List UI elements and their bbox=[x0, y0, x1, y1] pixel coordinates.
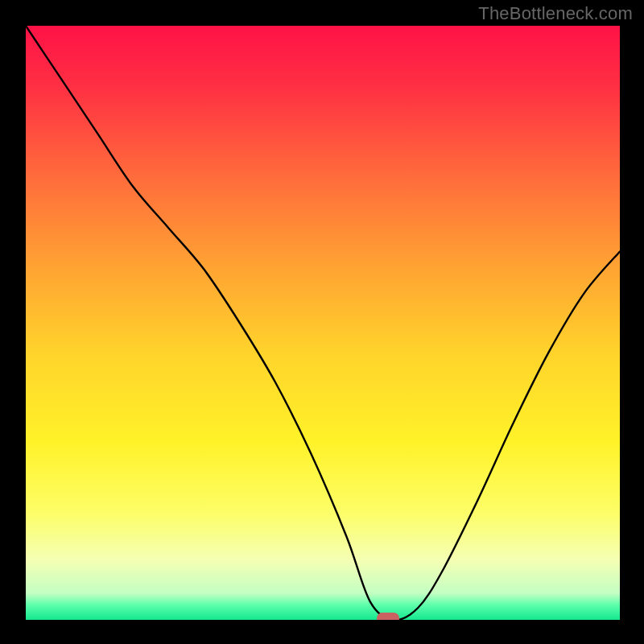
plot-svg bbox=[26, 26, 620, 620]
plot-area bbox=[26, 26, 620, 620]
chart-frame: TheBottleneck.com bbox=[0, 0, 644, 644]
optimal-marker bbox=[377, 613, 399, 620]
gradient-background bbox=[26, 26, 620, 620]
watermark-label: TheBottleneck.com bbox=[478, 3, 633, 24]
